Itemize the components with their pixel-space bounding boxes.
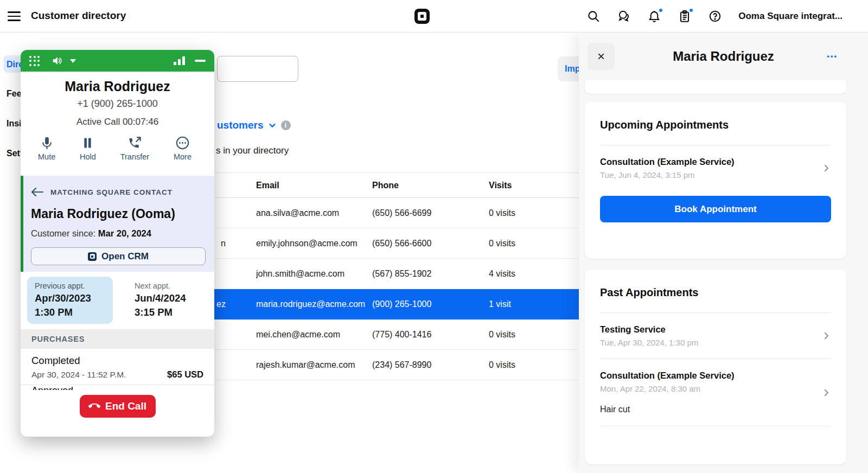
next-appointment[interactable]: Next appt. Jun/4/2024 3:15 PM <box>127 277 194 324</box>
more-options-icon[interactable]: ••• <box>827 52 838 60</box>
customer-since-value: Mar 20, 2024 <box>98 228 151 238</box>
menu-icon[interactable] <box>8 10 21 22</box>
purchases-header: PURCHASES <box>21 329 214 349</box>
customer-since: Customer since: Mar 20, 2024 <box>31 228 206 239</box>
bell-notification-dot <box>658 8 663 13</box>
book-appointment-button[interactable]: Book Appointment <box>600 196 831 222</box>
cell-email: ana.silva@acme.com <box>256 208 372 218</box>
hold-label: Hold <box>80 152 96 161</box>
cell-email: emily.johnson@acme.com <box>256 239 372 248</box>
appointment-date: Tue, Jun 4, 2024, 3:15 pm <box>600 170 815 180</box>
chevron-right-icon[interactable] <box>821 331 831 341</box>
appointment-title: Consultation (Example Service) <box>600 370 815 381</box>
end-call-button[interactable]: End Call <box>80 395 156 418</box>
call-widget: Maria Rodriguez +1 (900) 265-1000 Active… <box>21 50 214 437</box>
previous-appt-label: Previous appt. <box>35 282 105 290</box>
cell-visits: 0 visits <box>489 330 579 340</box>
pause-icon <box>80 136 95 150</box>
scrolled-card-partial <box>585 80 846 94</box>
call-controls: Mute Hold Transfer More <box>21 136 214 161</box>
more-button[interactable]: More <box>174 136 192 161</box>
page-title: Customer directory <box>31 10 126 22</box>
cell-visits: 0 visits <box>489 208 579 218</box>
transfer-button[interactable]: Transfer <box>120 136 149 161</box>
appointment-note: Hair cut <box>600 405 815 414</box>
purchase-amount: $65 USD <box>167 369 203 380</box>
previous-appt-time: 1:30 PM <box>35 306 105 318</box>
past-heading: Past Appointments <box>600 286 831 299</box>
next-appt-date: Jun/4/2024 <box>135 292 186 304</box>
account-name[interactable]: Ooma Square integrat... <box>738 11 843 22</box>
next-appt-time: 3:15 PM <box>135 306 186 318</box>
cell-email: john.smith@acme.com <box>256 269 372 279</box>
cell-phone: (650) 566-6600 <box>372 239 489 248</box>
chevron-right-icon[interactable] <box>821 388 831 398</box>
directory-count-text: s in your directory <box>216 145 289 156</box>
column-email[interactable]: Email <box>256 181 372 190</box>
previous-appt-date: Apr/30/2023 <box>35 292 105 304</box>
past-appointment-item[interactable]: Testing Service Tue, Apr 30, 2024, 1:30 … <box>600 313 831 359</box>
minimize-icon[interactable] <box>195 60 206 62</box>
square-logo <box>414 9 430 24</box>
mute-button[interactable]: Mute <box>38 136 55 161</box>
cell-email: maria.rodriguez@acme.com <box>256 299 372 309</box>
transfer-call-icon <box>127 136 142 150</box>
end-call-icon <box>88 400 100 412</box>
cell-email: rajesh.kumar@acme.com <box>256 360 372 370</box>
chevron-right-icon[interactable] <box>821 163 831 173</box>
customer-filter-label[interactable]: ustomers <box>217 119 264 131</box>
upcoming-appointment-item[interactable]: Consultation (Example Service) Tue, Jun … <box>600 145 831 191</box>
search-icon[interactable] <box>586 9 601 23</box>
signal-strength-icon <box>174 56 185 65</box>
caller-phone: +1 (900) 265-1000 <box>21 98 214 110</box>
mute-label: Mute <box>38 152 55 161</box>
column-phone[interactable]: Phone <box>372 181 489 190</box>
matching-contact-label: MATCHING SQUARE CONTACT <box>50 188 173 196</box>
bell-icon[interactable] <box>647 9 661 23</box>
customer-filter: ustomers i <box>217 119 291 131</box>
cell-visits: 4 visits <box>489 269 579 279</box>
open-crm-label: Open CRM <box>101 251 149 262</box>
call-widget-header <box>21 50 214 72</box>
customer-search-input[interactable] <box>217 56 298 82</box>
back-arrow-icon[interactable] <box>31 187 44 197</box>
next-appt-label: Next appt. <box>135 282 186 290</box>
matching-contact-section: MATCHING SQUARE CONTACT Maria Rodriguez … <box>21 176 214 272</box>
cell-visits: 1 visit <box>489 299 579 309</box>
call-status: Active Call 00:07:46 <box>21 117 214 127</box>
column-visits[interactable]: Visits <box>489 181 579 190</box>
cell-email: mei.chen@acme.com <box>256 330 372 340</box>
purchase-date: Apr 30, 2024 - 11:52 P.M. <box>31 370 126 380</box>
appointment-date: Tue, Apr 30, 2024, 1:30 pm <box>600 338 815 347</box>
matching-contact-name: Maria Rodriguez (Ooma) <box>31 207 206 221</box>
topbar: Customer directory Ooma Square integrat.… <box>0 0 868 33</box>
customer-detail-panel: × Maria Rodriguez ••• Upcoming Appointme… <box>579 33 868 473</box>
appointment-date: Mon, Apr 22, 2024, 8:30 am <box>600 384 815 393</box>
cell-visits: 0 visits <box>489 239 579 248</box>
cell-phone: (650) 566-6699 <box>372 208 489 218</box>
topbar-actions: Ooma Square integrat... <box>586 0 843 33</box>
panel-title: Maria Rodriguez <box>579 49 868 64</box>
info-icon[interactable]: i <box>281 120 291 130</box>
speaker-icon[interactable] <box>52 55 63 67</box>
chevron-down-icon[interactable] <box>268 121 277 130</box>
clipboard-icon[interactable] <box>678 9 692 23</box>
past-appointment-item[interactable]: Consultation (Example Service) Mon, Apr … <box>600 359 831 426</box>
chat-icon[interactable] <box>617 9 631 23</box>
caller-name: Maria Rodriguez <box>21 79 214 94</box>
cell-phone: (567) 855-1902 <box>372 269 489 279</box>
more-label: More <box>174 152 192 161</box>
purchase-item-partial: Approved <box>21 385 214 390</box>
open-crm-button[interactable]: Open CRM <box>31 247 206 265</box>
previous-appointment[interactable]: Previous appt. Apr/30/2023 1:30 PM <box>27 277 113 324</box>
drag-handle-icon[interactable] <box>29 56 40 66</box>
customer-since-label: Customer since: <box>31 228 95 238</box>
cell-visits: 0 visits <box>489 360 579 370</box>
appointment-title: Consultation (Example Service) <box>600 157 815 167</box>
microphone-icon <box>40 136 54 150</box>
purchase-item[interactable]: Completed Apr 30, 2024 - 11:52 P.M. $65 … <box>21 349 214 385</box>
purchase-status: Completed <box>31 355 203 367</box>
hold-button[interactable]: Hold <box>80 136 96 161</box>
help-icon[interactable] <box>708 9 722 23</box>
audio-device-caret-icon[interactable] <box>70 59 76 63</box>
